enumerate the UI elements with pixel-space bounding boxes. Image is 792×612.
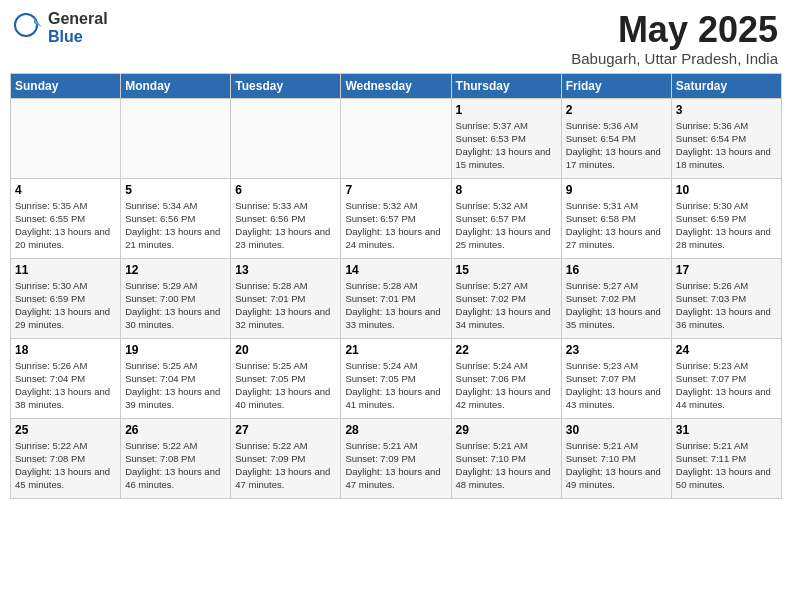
calendar-cell: 21Sunrise: 5:24 AM Sunset: 7:05 PM Dayli… xyxy=(341,338,451,418)
calendar-cell: 27Sunrise: 5:22 AM Sunset: 7:09 PM Dayli… xyxy=(231,418,341,498)
day-content: Sunrise: 5:35 AM Sunset: 6:55 PM Dayligh… xyxy=(15,199,116,252)
day-number: 31 xyxy=(676,423,777,437)
calendar-cell: 19Sunrise: 5:25 AM Sunset: 7:04 PM Dayli… xyxy=(121,338,231,418)
day-header-saturday: Saturday xyxy=(671,73,781,98)
day-content: Sunrise: 5:28 AM Sunset: 7:01 PM Dayligh… xyxy=(345,279,446,332)
location-subtitle: Babugarh, Uttar Pradesh, India xyxy=(571,50,778,67)
calendar-cell: 13Sunrise: 5:28 AM Sunset: 7:01 PM Dayli… xyxy=(231,258,341,338)
day-number: 2 xyxy=(566,103,667,117)
day-header-wednesday: Wednesday xyxy=(341,73,451,98)
day-number: 25 xyxy=(15,423,116,437)
day-content: Sunrise: 5:34 AM Sunset: 6:56 PM Dayligh… xyxy=(125,199,226,252)
day-number: 9 xyxy=(566,183,667,197)
day-content: Sunrise: 5:22 AM Sunset: 7:08 PM Dayligh… xyxy=(125,439,226,492)
day-number: 27 xyxy=(235,423,336,437)
calendar-cell: 22Sunrise: 5:24 AM Sunset: 7:06 PM Dayli… xyxy=(451,338,561,418)
day-number: 12 xyxy=(125,263,226,277)
svg-point-0 xyxy=(15,14,37,36)
calendar-cell: 26Sunrise: 5:22 AM Sunset: 7:08 PM Dayli… xyxy=(121,418,231,498)
day-number: 30 xyxy=(566,423,667,437)
day-content: Sunrise: 5:23 AM Sunset: 7:07 PM Dayligh… xyxy=(566,359,667,412)
calendar-cell: 29Sunrise: 5:21 AM Sunset: 7:10 PM Dayli… xyxy=(451,418,561,498)
calendar-week-1: 1Sunrise: 5:37 AM Sunset: 6:53 PM Daylig… xyxy=(11,98,782,178)
header-row: SundayMondayTuesdayWednesdayThursdayFrid… xyxy=(11,73,782,98)
calendar-week-5: 25Sunrise: 5:22 AM Sunset: 7:08 PM Dayli… xyxy=(11,418,782,498)
calendar-week-3: 11Sunrise: 5:30 AM Sunset: 6:59 PM Dayli… xyxy=(11,258,782,338)
calendar-cell: 11Sunrise: 5:30 AM Sunset: 6:59 PM Dayli… xyxy=(11,258,121,338)
day-content: Sunrise: 5:24 AM Sunset: 7:06 PM Dayligh… xyxy=(456,359,557,412)
day-number: 20 xyxy=(235,343,336,357)
calendar-cell: 6Sunrise: 5:33 AM Sunset: 6:56 PM Daylig… xyxy=(231,178,341,258)
day-header-monday: Monday xyxy=(121,73,231,98)
day-number: 19 xyxy=(125,343,226,357)
day-number: 29 xyxy=(456,423,557,437)
calendar-cell xyxy=(11,98,121,178)
calendar-cell: 20Sunrise: 5:25 AM Sunset: 7:05 PM Dayli… xyxy=(231,338,341,418)
day-number: 1 xyxy=(456,103,557,117)
day-header-tuesday: Tuesday xyxy=(231,73,341,98)
day-content: Sunrise: 5:27 AM Sunset: 7:02 PM Dayligh… xyxy=(566,279,667,332)
day-number: 14 xyxy=(345,263,446,277)
calendar-week-2: 4Sunrise: 5:35 AM Sunset: 6:55 PM Daylig… xyxy=(11,178,782,258)
day-number: 23 xyxy=(566,343,667,357)
day-content: Sunrise: 5:26 AM Sunset: 7:03 PM Dayligh… xyxy=(676,279,777,332)
calendar-cell: 14Sunrise: 5:28 AM Sunset: 7:01 PM Dayli… xyxy=(341,258,451,338)
day-number: 15 xyxy=(456,263,557,277)
day-number: 16 xyxy=(566,263,667,277)
day-number: 13 xyxy=(235,263,336,277)
day-header-sunday: Sunday xyxy=(11,73,121,98)
calendar-table: SundayMondayTuesdayWednesdayThursdayFrid… xyxy=(10,73,782,499)
calendar-cell xyxy=(121,98,231,178)
calendar-cell: 25Sunrise: 5:22 AM Sunset: 7:08 PM Dayli… xyxy=(11,418,121,498)
day-number: 5 xyxy=(125,183,226,197)
day-content: Sunrise: 5:36 AM Sunset: 6:54 PM Dayligh… xyxy=(676,119,777,172)
calendar-cell: 12Sunrise: 5:29 AM Sunset: 7:00 PM Dayli… xyxy=(121,258,231,338)
day-content: Sunrise: 5:32 AM Sunset: 6:57 PM Dayligh… xyxy=(456,199,557,252)
day-number: 8 xyxy=(456,183,557,197)
day-number: 4 xyxy=(15,183,116,197)
day-content: Sunrise: 5:26 AM Sunset: 7:04 PM Dayligh… xyxy=(15,359,116,412)
calendar-cell: 16Sunrise: 5:27 AM Sunset: 7:02 PM Dayli… xyxy=(561,258,671,338)
calendar-cell: 31Sunrise: 5:21 AM Sunset: 7:11 PM Dayli… xyxy=(671,418,781,498)
day-header-friday: Friday xyxy=(561,73,671,98)
day-number: 11 xyxy=(15,263,116,277)
calendar-cell: 18Sunrise: 5:26 AM Sunset: 7:04 PM Dayli… xyxy=(11,338,121,418)
day-content: Sunrise: 5:32 AM Sunset: 6:57 PM Dayligh… xyxy=(345,199,446,252)
day-number: 7 xyxy=(345,183,446,197)
calendar-cell: 9Sunrise: 5:31 AM Sunset: 6:58 PM Daylig… xyxy=(561,178,671,258)
day-number: 22 xyxy=(456,343,557,357)
day-content: Sunrise: 5:30 AM Sunset: 6:59 PM Dayligh… xyxy=(676,199,777,252)
day-content: Sunrise: 5:21 AM Sunset: 7:11 PM Dayligh… xyxy=(676,439,777,492)
day-content: Sunrise: 5:23 AM Sunset: 7:07 PM Dayligh… xyxy=(676,359,777,412)
calendar-week-4: 18Sunrise: 5:26 AM Sunset: 7:04 PM Dayli… xyxy=(11,338,782,418)
calendar-cell: 30Sunrise: 5:21 AM Sunset: 7:10 PM Dayli… xyxy=(561,418,671,498)
day-number: 24 xyxy=(676,343,777,357)
day-content: Sunrise: 5:28 AM Sunset: 7:01 PM Dayligh… xyxy=(235,279,336,332)
calendar-cell: 7Sunrise: 5:32 AM Sunset: 6:57 PM Daylig… xyxy=(341,178,451,258)
calendar-cell xyxy=(341,98,451,178)
calendar-cell xyxy=(231,98,341,178)
day-number: 3 xyxy=(676,103,777,117)
day-content: Sunrise: 5:25 AM Sunset: 7:04 PM Dayligh… xyxy=(125,359,226,412)
day-content: Sunrise: 5:22 AM Sunset: 7:09 PM Dayligh… xyxy=(235,439,336,492)
day-number: 28 xyxy=(345,423,446,437)
page-header: General Blue May 2025 Babugarh, Uttar Pr… xyxy=(10,10,782,67)
day-content: Sunrise: 5:21 AM Sunset: 7:10 PM Dayligh… xyxy=(566,439,667,492)
calendar-cell: 3Sunrise: 5:36 AM Sunset: 6:54 PM Daylig… xyxy=(671,98,781,178)
calendar-cell: 28Sunrise: 5:21 AM Sunset: 7:09 PM Dayli… xyxy=(341,418,451,498)
day-number: 18 xyxy=(15,343,116,357)
day-number: 10 xyxy=(676,183,777,197)
day-number: 6 xyxy=(235,183,336,197)
day-content: Sunrise: 5:22 AM Sunset: 7:08 PM Dayligh… xyxy=(15,439,116,492)
logo: General Blue xyxy=(14,10,108,45)
calendar-cell: 17Sunrise: 5:26 AM Sunset: 7:03 PM Dayli… xyxy=(671,258,781,338)
day-content: Sunrise: 5:36 AM Sunset: 6:54 PM Dayligh… xyxy=(566,119,667,172)
day-content: Sunrise: 5:21 AM Sunset: 7:09 PM Dayligh… xyxy=(345,439,446,492)
logo-icon xyxy=(14,13,44,43)
day-content: Sunrise: 5:37 AM Sunset: 6:53 PM Dayligh… xyxy=(456,119,557,172)
calendar-cell: 1Sunrise: 5:37 AM Sunset: 6:53 PM Daylig… xyxy=(451,98,561,178)
logo-blue: Blue xyxy=(48,28,108,46)
day-content: Sunrise: 5:24 AM Sunset: 7:05 PM Dayligh… xyxy=(345,359,446,412)
calendar-cell: 2Sunrise: 5:36 AM Sunset: 6:54 PM Daylig… xyxy=(561,98,671,178)
day-content: Sunrise: 5:25 AM Sunset: 7:05 PM Dayligh… xyxy=(235,359,336,412)
